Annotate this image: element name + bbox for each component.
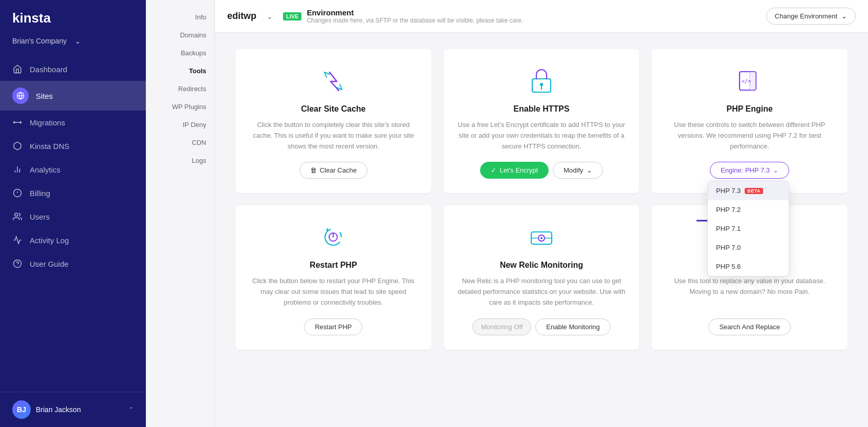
sub-nav-redirects[interactable]: Redirects	[146, 80, 214, 98]
restart-php-title: Restart PHP	[310, 261, 357, 270]
globe-icon	[12, 88, 29, 104]
monitoring-off-button[interactable]: Monitoring Off	[472, 318, 531, 335]
restart-php-icon	[318, 222, 349, 252]
site-selector-chevron[interactable]: ⌄	[265, 10, 275, 23]
https-buttons: ✓ Let's Encrypt Modify ⌄	[480, 162, 602, 179]
chevron-down-icon: ⌄	[75, 37, 134, 45]
nav-items: Dashboard Sites Migrations	[0, 53, 146, 392]
user-name: Brian Jackson	[36, 405, 123, 414]
checkmark-icon: ✓	[491, 166, 496, 174]
clear-cache-desc: Click the button to completely clear thi…	[248, 120, 419, 152]
sidebar-item-label: Analytics	[30, 165, 60, 174]
php-engine-dropdown-container: Engine: PHP 7.3 ⌄ PHP 7.3 BETA PHP 7.2	[710, 162, 789, 179]
company-name: Brian's Company	[12, 37, 72, 45]
enable-https-title: Enable HTTPS	[513, 104, 569, 114]
php-icon: </>	[734, 66, 765, 96]
tools-grid: Clear Site Cache Click the button to com…	[235, 49, 848, 350]
sidebar-item-label: Activity Log	[30, 236, 69, 245]
users-icon	[12, 211, 23, 222]
top-bar: editwp ⌄ LIVE Environment Changes made h…	[215, 0, 868, 33]
chevron-down-icon: ⌄	[587, 166, 592, 174]
restart-php-card: Restart PHP Click the button below to re…	[235, 205, 431, 349]
sidebar-item-label: Billing	[30, 189, 50, 198]
clear-cache-button[interactable]: 🗑 Clear Cache	[299, 162, 367, 179]
enable-https-card: Enable HTTPS Use a free Let's Encrypt ce…	[444, 49, 640, 193]
sidebar-item-kinsta-dns[interactable]: Kinsta DNS	[0, 134, 146, 158]
monitoring-buttons: Monitoring Off Enable Monitoring	[472, 318, 611, 335]
guide-icon	[12, 259, 23, 269]
search-replace-desc: Use this tool to replace any value in yo…	[664, 276, 835, 308]
lets-encrypt-button[interactable]: ✓ Let's Encrypt	[480, 162, 549, 179]
sidebar-item-sites[interactable]: Sites	[0, 81, 146, 111]
migrate-icon	[12, 117, 23, 127]
kinsta-logo: kinsta	[12, 10, 58, 27]
restart-php-desc: Click the button below to restart your P…	[248, 276, 419, 308]
new-relic-title: New Relic Monitoring	[500, 261, 583, 270]
sidebar-item-user-guide[interactable]: User Guide	[0, 252, 146, 275]
sidebar-item-label: Dashboard	[30, 65, 67, 74]
env-info: Environment Changes made here, via SFTP …	[307, 8, 523, 24]
billing-icon	[12, 188, 23, 198]
php-engine-desc: Use these controls to switch between dif…	[664, 120, 835, 152]
chevron-down-icon: ⌄	[841, 12, 847, 20]
sub-nav-logs[interactable]: Logs	[146, 152, 214, 169]
svg-text:kinsta: kinsta	[12, 10, 51, 26]
avatar: BJ	[12, 400, 31, 419]
svg-point-10	[15, 213, 18, 216]
sidebar-item-label: Users	[30, 212, 50, 221]
company-selector[interactable]: Brian's Company ⌄	[0, 35, 146, 53]
search-replace-button[interactable]: Search And Replace	[708, 318, 791, 335]
beta-badge: BETA	[745, 188, 763, 194]
sidebar-item-analytics[interactable]: Analytics	[0, 158, 146, 181]
env-subtitle: Changes made here, via SFTP or the datab…	[307, 17, 523, 24]
trash-icon: 🗑	[310, 166, 317, 174]
sidebar-item-label: Sites	[36, 92, 53, 100]
php-option-70[interactable]: PHP 7.0	[708, 238, 789, 257]
chevron-up-icon: ⌃	[128, 406, 134, 413]
home-icon	[12, 64, 23, 74]
modify-button[interactable]: Modify ⌄	[553, 162, 602, 179]
php-engine-title: PHP Engine	[726, 104, 772, 114]
php-option-72[interactable]: PHP 7.2	[708, 200, 789, 219]
php-option-71[interactable]: PHP 7.1	[708, 219, 789, 238]
clear-cache-card: Clear Site Cache Click the button to com…	[235, 49, 431, 193]
logo-area: kinsta	[0, 0, 146, 35]
sidebar-item-migrations[interactable]: Migrations	[0, 111, 146, 134]
sidebar: kinsta Brian's Company ⌄ Dashboard Sites	[0, 0, 146, 427]
user-footer[interactable]: BJ Brian Jackson ⌃	[0, 392, 146, 427]
php-engine-card: </> PHP Engine Use these controls to swi…	[652, 49, 848, 193]
sub-nav-backups[interactable]: Backups	[146, 44, 214, 62]
restart-php-button[interactable]: Restart PHP	[304, 318, 362, 335]
change-environment-button[interactable]: Change Environment ⌄	[766, 8, 856, 25]
sub-nav-cdn[interactable]: CDN	[146, 134, 214, 152]
sidebar-item-users[interactable]: Users	[0, 205, 146, 228]
env-title: Environment	[307, 8, 523, 17]
sidebar-item-label: Kinsta DNS	[30, 142, 70, 151]
clear-cache-title: Clear Site Cache	[301, 104, 365, 114]
sidebar-item-label: User Guide	[30, 260, 69, 268]
sidebar-item-activity-log[interactable]: Activity Log	[0, 228, 146, 252]
chevron-down-icon: ⌄	[773, 166, 778, 174]
sidebar-item-dashboard[interactable]: Dashboard	[0, 57, 146, 81]
env-badge-area: LIVE Environment Changes made here, via …	[283, 8, 758, 24]
sidebar-item-label: Migrations	[30, 118, 65, 127]
sub-nav-info[interactable]: Info	[146, 8, 214, 26]
sub-nav-domains[interactable]: Domains	[146, 26, 214, 44]
php-dropdown: PHP 7.3 BETA PHP 7.2 PHP 7.1 PHP 7.0	[707, 181, 789, 276]
enable-monitoring-button[interactable]: Enable Monitoring	[535, 318, 611, 335]
live-badge: LIVE	[283, 12, 301, 20]
clear-cache-icon	[318, 66, 349, 96]
new-relic-card: New Relic Monitoring New Relic is a PHP …	[444, 205, 640, 349]
php-option-73[interactable]: PHP 7.3 BETA	[708, 181, 789, 200]
enable-https-desc: Use a free Let's Encrypt certificate to …	[456, 120, 627, 152]
php-engine-button[interactable]: Engine: PHP 7.3 ⌄	[710, 162, 789, 179]
sub-nav-ip-deny[interactable]: IP Deny	[146, 116, 214, 134]
sub-nav-tools[interactable]: Tools	[146, 62, 214, 80]
sub-nav-wp-plugins[interactable]: WP Plugins	[146, 98, 214, 116]
svg-text:</>: </>	[742, 78, 751, 84]
svg-point-24	[540, 237, 542, 239]
activity-icon	[12, 235, 23, 245]
main-wrapper: editwp ⌄ LIVE Environment Changes made h…	[215, 0, 868, 427]
php-option-56[interactable]: PHP 5.6	[708, 257, 789, 276]
sidebar-item-billing[interactable]: Billing	[0, 181, 146, 205]
